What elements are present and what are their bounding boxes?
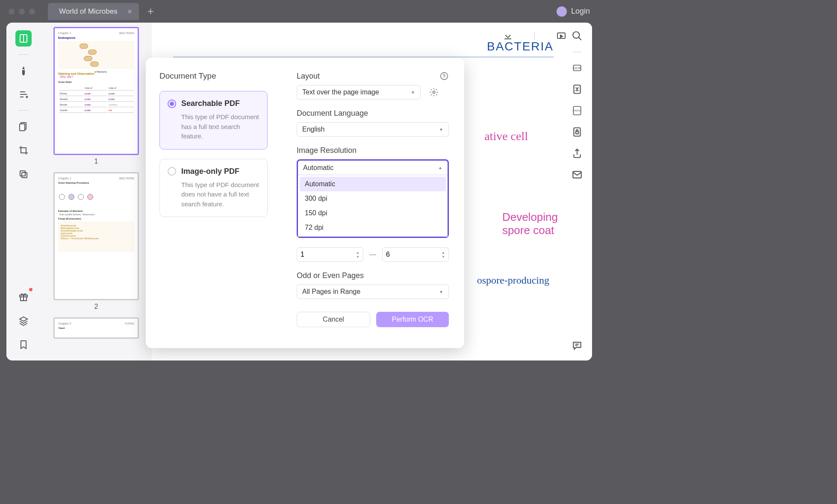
svg-text:OCR: OCR [574,66,581,70]
thumbnail-1[interactable]: Chapter 1BACTERIA Endospores Staining an… [45,27,147,165]
gift-icon[interactable] [15,289,32,305]
left-toolbar [6,23,41,360]
ocr-icon[interactable]: OCR [572,62,583,73]
login-label: Login [571,7,590,16]
avatar-icon [557,6,567,17]
chevron-down-icon[interactable] [503,31,513,41]
close-tab-icon[interactable]: × [127,7,132,16]
convert-icon[interactable] [572,84,583,95]
highlighter-icon[interactable] [15,62,32,79]
edit-text-icon[interactable] [15,86,32,103]
chevron-down-icon: ▼ [439,127,443,132]
lock-icon[interactable] [572,126,583,138]
thumbnail-3[interactable]: Chapter 2FUNGI Yeast [45,317,147,339]
layout-select[interactable]: Text over the page image ▼ [297,85,421,100]
top-toolbar-right [503,31,566,41]
doc-type-searchable[interactable]: Searchable PDF This type of PDF document… [159,91,268,149]
resolution-dropdown-open: Automatic ▲ Automatic 300 dpi 150 dpi 72… [297,159,449,238]
svg-rect-14 [576,132,579,134]
odd-even-value: All Pages in Range [302,288,360,296]
thumbnail-2[interactable]: Chapter 1BACTERIA Gram Staining Procedur… [45,172,147,311]
svg-text:PDF/A: PDF/A [574,109,581,112]
cancel-button[interactable]: Cancel [297,312,370,327]
new-tab-button[interactable]: + [147,5,154,18]
resolution-option-automatic[interactable]: Automatic [300,177,446,191]
pages-icon[interactable] [15,118,32,135]
reader-mode-icon[interactable] [15,30,32,47]
ocr-dialog: Document Type Searchable PDF This type o… [146,58,464,348]
layers-icon[interactable] [15,313,32,329]
doc-type-image-only[interactable]: Image-only PDF This type of PDF document… [159,159,268,217]
bookmark-icon[interactable] [15,337,32,353]
minimize-window[interactable] [19,9,25,15]
resolution-option-300[interactable]: 300 dpi [300,191,446,206]
odd-even-label: Odd or Even Pages [297,271,364,280]
svg-rect-1 [20,124,25,131]
resolution-options-list: Automatic 300 dpi 150 dpi 72 dpi [298,175,448,237]
range-dash: — [369,251,376,258]
searchable-pdf-desc: This type of PDF document has a full tex… [168,112,259,141]
language-value: English [302,126,324,133]
document-type-heading: Document Type [159,71,268,81]
language-label: Document Language [297,109,368,118]
maximize-window[interactable] [29,9,35,15]
chevron-down-icon: ▼ [439,290,443,294]
page-number-2: 2 [45,303,147,311]
doc-text-producing: ospore-producing [477,275,549,286]
login-button[interactable]: Login [557,6,590,17]
language-select[interactable]: English ▼ [297,122,449,137]
image-only-pdf-label: Image-only PDF [181,167,239,176]
search-icon[interactable] [572,30,583,41]
share-icon[interactable] [572,148,583,159]
odd-even-select[interactable]: All Pages in Range ▼ [297,284,449,299]
annotation-vegetative-cell: ative cell [484,129,528,143]
window-controls [0,9,44,15]
resolution-value: Automatic [303,164,333,172]
titlebar: World of Microbes × + Login [0,0,598,23]
range-from-value: 1 [301,251,304,258]
doc-header-bacteria: BACTERIA [173,40,571,53]
help-icon[interactable] [439,71,449,81]
right-toolbar: OCR PDF/A [562,23,592,360]
layout-label: Layout [297,72,320,81]
notification-badge [29,288,32,291]
range-to-value: 6 [386,251,390,258]
page-number-1: 1 [45,158,147,165]
spinner-arrows-icon[interactable]: ▲▼ [442,251,445,259]
settings-gear-icon[interactable] [429,88,439,97]
resolution-option-150[interactable]: 150 dpi [300,206,446,220]
annotation-spore-coat: Developing spore coat [502,211,558,237]
resolution-label: Image Resolution [297,146,357,155]
searchable-pdf-label: Searchable PDF [181,99,240,108]
resolution-select[interactable]: Automatic ▲ [298,161,448,175]
comment-icon[interactable] [572,340,583,351]
thumbnail-panel: Chapter 1BACTERIA Endospores Staining an… [41,23,152,360]
chevron-down-icon: ▼ [411,90,415,95]
svg-rect-2 [22,173,27,178]
spinner-arrows-icon[interactable]: ▲▼ [356,251,360,259]
svg-point-7 [573,32,579,38]
document-tab[interactable]: World of Microbes × [48,3,139,20]
crop-icon[interactable] [15,142,32,158]
copy-icon[interactable] [15,166,32,182]
close-window[interactable] [9,9,15,15]
perform-ocr-button[interactable]: Perform OCR [376,312,449,327]
page-range-from[interactable]: 1 ▲▼ [297,247,363,262]
tab-title: World of Microbes [59,7,118,15]
mail-icon[interactable] [572,169,583,180]
resolution-option-72[interactable]: 72 dpi [300,220,446,235]
radio-unselected-icon [168,167,176,176]
svg-point-17 [433,91,435,94]
svg-point-16 [441,73,448,80]
svg-rect-3 [20,171,25,176]
pdfa-icon[interactable]: PDF/A [572,105,583,116]
layout-value: Text over the page image [302,88,379,96]
chevron-up-icon: ▲ [438,165,442,170]
page-range-to[interactable]: 6 ▲▼ [382,247,449,262]
radio-selected-icon [168,100,176,108]
image-only-pdf-desc: This type of PDF document does not have … [168,180,259,209]
